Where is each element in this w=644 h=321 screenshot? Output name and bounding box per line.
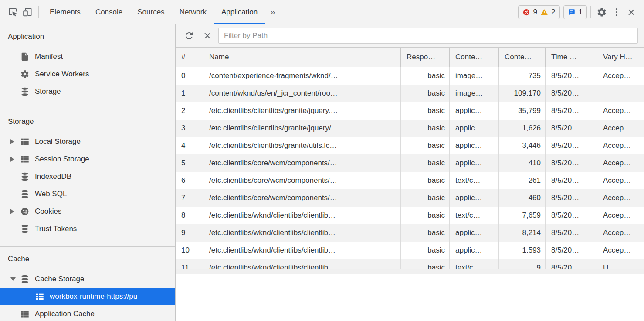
table-cell: 8/5/20… [546,189,597,207]
close-devtools-button[interactable] [624,0,639,24]
sidebar-section: Cache Cache Storage workbox-runtime-http… [0,247,175,321]
error-icon [522,8,530,16]
sidebar-item-session-storage[interactable]: Session Storage [0,150,175,168]
table-cell: basic [401,172,450,189]
column-header[interactable]: Conte… [450,48,499,67]
tab-elements[interactable]: Elements [42,0,88,24]
sidebar-item-indexeddb[interactable]: IndexedDB [0,168,175,185]
sidebar-section-title: Cache [0,255,175,263]
settings-button[interactable] [594,0,609,24]
table-cell: /etc.clientlibs/core/wcm/components/… [203,172,401,189]
tab-console[interactable]: Console [88,0,130,24]
cache-storage-view: #NameRespo…Conte…Conte…Time …Vary H… 0/c… [176,24,644,321]
cache-entry-row[interactable]: 9/etc.clientlibs/wknd/clientlibs/clientl… [176,224,644,242]
sidebar-item-application-cache[interactable]: Application Cache [0,305,175,321]
expand-arrow-icon[interactable] [10,157,14,162]
table-cell: 410 [499,154,546,172]
database-icon [20,172,30,181]
devtools-toolbar: ElementsConsoleSourcesNetworkApplication… [0,0,644,24]
cache-entry-row[interactable]: 0/content/experience-fragments/wknd/…bas… [176,67,644,85]
x-icon [203,31,212,40]
table-cell: applic… [450,154,499,172]
sidebar-item-local-storage[interactable]: Local Storage [0,133,175,150]
warning-icon [540,8,548,16]
cache-entry-row[interactable]: 11/etc.clientlibs/wknd/clientlibs/client… [176,259,644,269]
database-icon [20,189,30,199]
tab-network[interactable]: Network [172,0,214,24]
sidebar-item-cache-storage[interactable]: Cache Storage [0,270,175,288]
table-cell: /etc.clientlibs/core/wcm/components/… [203,154,401,172]
table-cell: 1,593 [499,242,546,259]
console-errors-warnings-badge[interactable]: 9 2 [518,5,560,19]
inspect-element-button[interactable] [5,0,20,24]
column-header[interactable]: Vary H… [597,48,644,67]
close-icon [627,8,636,17]
table-cell: text/c… [450,172,499,189]
table-cell: basic [401,154,450,172]
horizontal-scrollbar[interactable] [176,269,644,274]
sidebar-item-workbox-runtime-https-pu[interactable]: workbox-runtime-https://pu [0,288,175,305]
sidebar-item-trust-tokens[interactable]: Trust Tokens [0,220,175,238]
table-cell: Accep… [597,207,644,224]
refresh-icon [184,31,194,41]
cache-entry-row[interactable]: 8/etc.clientlibs/wknd/clientlibs/clientl… [176,207,644,224]
table-cell: 109,170 [499,85,546,102]
table-cell: /content/experience-fragments/wknd/… [203,67,401,85]
devtools-menu-button[interactable] [609,0,624,24]
sidebar-item-cookies[interactable]: Cookies [0,203,175,220]
cache-entry-row[interactable]: 1/content/wknd/us/en/_jcr_content/roo…ba… [176,85,644,102]
application-sidebar: Application Manifest Service Workers Sto… [0,24,176,321]
device-toolbar-button[interactable] [20,0,35,24]
expand-arrow-icon[interactable] [10,139,14,144]
cache-entry-row[interactable]: 6/etc.clientlibs/core/wcm/components/…ba… [176,172,644,189]
column-header[interactable]: # [176,48,203,67]
cache-entry-row[interactable]: 5/etc.clientlibs/core/wcm/components/…ba… [176,154,644,172]
expand-arrow-icon[interactable] [10,209,14,214]
table-cell: Accep… [597,189,644,207]
cache-entry-row[interactable]: 10/etc.clientlibs/wknd/clientlibs/client… [176,242,644,259]
sidebar-item-storage[interactable]: Storage [0,83,175,100]
table-cell: 0 [176,67,203,85]
cache-entry-row[interactable]: 3/etc.clientlibs/clientlibs/granite/jque… [176,120,644,137]
table-cell: 8/5/20… [546,85,597,102]
table-icon [20,309,30,319]
delete-selected-button[interactable] [200,28,215,43]
warning-count: 2 [551,8,555,17]
database-icon [20,87,30,96]
sidebar-item-web-sql[interactable]: Web SQL [0,185,175,203]
table-cell: /etc.clientlibs/wknd/clientlibs/clientli… [203,224,401,242]
column-header[interactable]: Time … [546,48,597,67]
table-cell: /etc.clientlibs/wknd/clientlibs/clientli… [203,259,401,269]
filter-by-path-input[interactable] [218,28,638,44]
column-header[interactable]: Conte… [499,48,546,67]
sidebar-item-service-workers[interactable]: Service Workers [0,65,175,83]
table-cell: U… [597,259,644,269]
table-cell: applic… [450,242,499,259]
table-cell: basic [401,259,450,269]
sidebar-item-manifest[interactable]: Manifest [0,48,175,65]
issues-badge[interactable]: 1 [563,5,587,19]
cache-entry-row[interactable]: 4/etc.clientlibs/clientlibs/granite/util… [176,137,644,154]
column-header[interactable]: Name [203,48,401,67]
table-cell: 8/5/20… [546,137,597,154]
tab-application[interactable]: Application [214,0,265,24]
table-cell: applic… [450,224,499,242]
tree-item-label: Manifest [35,52,63,61]
tree-item-label: Trust Tokens [35,225,77,233]
sidebar-section-title: Application [0,32,175,41]
cache-entry-row[interactable]: 2/etc.clientlibs/clientlibs/granite/jque… [176,102,644,120]
collapse-arrow-icon[interactable] [10,277,16,281]
more-tabs-button[interactable]: » [265,0,280,24]
inspect-cursor-icon [7,7,18,17]
table-cell: applic… [450,137,499,154]
table-cell: /etc.clientlibs/clientlibs/granite/utils… [203,137,401,154]
table-cell: 3 [176,120,203,137]
column-header[interactable]: Respo… [401,48,450,67]
refresh-button[interactable] [182,28,197,43]
tree-item-label: Session Storage [35,155,89,164]
table-cell: image… [450,85,499,102]
database-icon [20,224,30,234]
tab-sources[interactable]: Sources [130,0,172,24]
cache-entry-row[interactable]: 7/etc.clientlibs/core/wcm/components/…ba… [176,189,644,207]
table-cell: 8/5/20… [546,207,597,224]
